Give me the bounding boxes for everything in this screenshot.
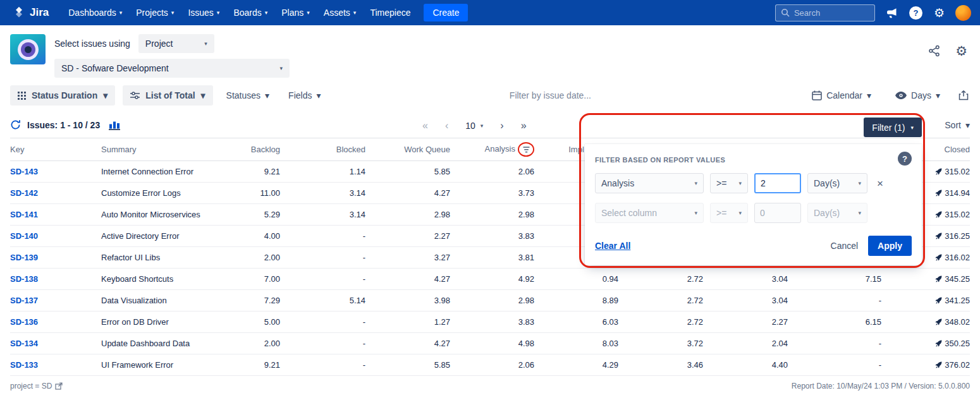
nav-item-assets[interactable]: Assets▾ bbox=[317, 0, 364, 25]
export-button[interactable] bbox=[959, 90, 969, 100]
view-mode-value: List of Total bbox=[145, 90, 195, 100]
filter-value-input[interactable] bbox=[754, 173, 801, 193]
nav-item-plans[interactable]: Plans▾ bbox=[274, 0, 317, 25]
column-header-backlog[interactable]: Backlog bbox=[220, 138, 280, 161]
report-settings-gear-icon[interactable]: ⚙ bbox=[955, 44, 967, 57]
filter-help-icon[interactable]: ? bbox=[898, 152, 912, 166]
filter-value-input-disabled[interactable] bbox=[754, 203, 801, 223]
table-row: SD-133UI Framework Error9.21-5.852.064.2… bbox=[10, 354, 970, 376]
column-header-blocked[interactable]: Blocked bbox=[280, 138, 365, 161]
issue-key-link[interactable]: SD-141 bbox=[10, 204, 101, 226]
avatar[interactable] bbox=[955, 5, 971, 21]
issue-key-link[interactable]: SD-137 bbox=[10, 290, 101, 311]
share-icon bbox=[928, 45, 940, 57]
help-button[interactable]: ? bbox=[909, 6, 923, 20]
issue-source-value: Project bbox=[145, 39, 173, 49]
cancel-button[interactable]: Cancel bbox=[831, 241, 859, 251]
announcements-button[interactable] bbox=[886, 8, 898, 18]
clear-all-link[interactable]: Clear All bbox=[595, 241, 630, 251]
issue-key-link[interactable]: SD-134 bbox=[10, 333, 101, 354]
filter-unit-select[interactable]: Day(s) ▾ bbox=[807, 173, 867, 193]
report-header: Select issues using Project ▾ SD - Sofwa… bbox=[0, 25, 980, 83]
nav-item-issues[interactable]: Issues▾ bbox=[181, 0, 226, 25]
page-size-select[interactable]: 10 ▾ bbox=[465, 121, 483, 131]
issue-source-select[interactable]: Project ▾ bbox=[138, 34, 214, 53]
filter-applied-icon[interactable] bbox=[523, 147, 530, 153]
nav-item-boards[interactable]: Boards▾ bbox=[226, 0, 274, 25]
statuses-select[interactable]: Statuses ▾ bbox=[221, 85, 276, 106]
duration-cell: 3.46 bbox=[618, 354, 703, 376]
column-header-label: Backlog bbox=[251, 145, 280, 154]
duration-cell: 7.29 bbox=[220, 290, 280, 311]
fields-select[interactable]: Fields ▾ bbox=[283, 85, 326, 106]
timepiece-app-icon[interactable] bbox=[10, 34, 46, 64]
calendar-select[interactable]: Calendar ▾ bbox=[806, 85, 877, 106]
view-mode-select[interactable]: List of Total ▾ bbox=[123, 85, 212, 106]
time-unit-select[interactable]: Days ▾ bbox=[890, 85, 946, 106]
duration-cell: 2.06 bbox=[450, 354, 534, 376]
remove-condition-icon[interactable]: × bbox=[877, 178, 883, 189]
settings-gear-icon[interactable]: ⚙ bbox=[934, 7, 945, 19]
issue-key-link[interactable]: SD-143 bbox=[10, 161, 101, 183]
search-input[interactable] bbox=[794, 8, 865, 18]
chart-view-button[interactable] bbox=[109, 120, 121, 130]
chevron-down-icon: ▾ bbox=[858, 210, 861, 216]
issue-key-link[interactable]: SD-133 bbox=[10, 354, 101, 376]
closed-duration-cell: 350.25 bbox=[881, 333, 970, 354]
select-issues-label: Select issues using bbox=[54, 39, 130, 49]
jira-logo[interactable]: Jira bbox=[13, 6, 49, 19]
share-button[interactable] bbox=[928, 45, 940, 57]
column-header-analysis[interactable]: Analysis bbox=[450, 138, 534, 161]
filter-panel-title: FILTER BASED ON REPORT VALUES bbox=[595, 156, 912, 164]
closed-value: 314.94 bbox=[945, 188, 970, 198]
filter-button[interactable]: Filter (1) ▾ bbox=[864, 118, 922, 137]
global-search[interactable] bbox=[775, 4, 875, 21]
issue-summary: Active Directory Error bbox=[101, 226, 220, 247]
project-select[interactable]: SD - Sofware Development ▾ bbox=[54, 59, 290, 78]
top-navigation-bar: Jira Dashboards▾Projects▾Issues▾Boards▾P… bbox=[0, 0, 980, 25]
report-type-select[interactable]: Status Duration ▾ bbox=[10, 85, 115, 106]
duration-cell: - bbox=[280, 226, 365, 247]
issue-key-link[interactable]: SD-142 bbox=[10, 183, 101, 204]
filter-unit-select-disabled[interactable]: Day(s) ▾ bbox=[807, 203, 867, 223]
apply-button[interactable]: Apply bbox=[868, 236, 912, 256]
create-button[interactable]: Create bbox=[424, 4, 468, 21]
chevron-down-icon: ▾ bbox=[201, 90, 205, 100]
duration-cell: 1.27 bbox=[365, 311, 450, 333]
first-page-icon[interactable]: « bbox=[422, 121, 428, 131]
refresh-icon bbox=[10, 119, 21, 130]
nav-item-dashboards[interactable]: Dashboards▾ bbox=[61, 0, 129, 25]
refresh-button[interactable] bbox=[10, 119, 21, 130]
filter-operator-value: >= bbox=[716, 208, 726, 218]
filter-column-select-disabled[interactable]: Select column ▾ bbox=[595, 203, 704, 223]
nav-item-projects[interactable]: Projects▾ bbox=[129, 0, 181, 25]
issue-key-link[interactable]: SD-136 bbox=[10, 311, 101, 333]
duration-cell: - bbox=[280, 311, 365, 333]
rocket-icon bbox=[935, 297, 942, 304]
filter-column-select[interactable]: Analysis ▾ bbox=[595, 173, 704, 193]
nav-item-timepiece[interactable]: Timepiece bbox=[363, 0, 417, 25]
filter-operator-select[interactable]: >= ▾ bbox=[710, 173, 748, 193]
column-header-key[interactable]: Key bbox=[10, 138, 101, 161]
rocket-icon bbox=[935, 233, 942, 239]
issue-key-link[interactable]: SD-139 bbox=[10, 247, 101, 269]
last-page-icon[interactable]: » bbox=[521, 121, 527, 131]
column-header-summary[interactable]: Summary bbox=[101, 138, 220, 161]
annotation-circle bbox=[518, 142, 534, 157]
closed-value: 315.02 bbox=[945, 210, 970, 219]
issue-date-filter-input[interactable] bbox=[510, 90, 623, 100]
duration-cell: 3.81 bbox=[450, 247, 534, 269]
prev-page-icon[interactable]: ‹ bbox=[445, 121, 448, 131]
column-header-work-queue[interactable]: Work Queue bbox=[365, 138, 450, 161]
issue-summary: Refactor UI Libs bbox=[101, 247, 220, 269]
sort-select[interactable]: Sort ▾ bbox=[945, 120, 970, 130]
issue-key-link[interactable]: SD-140 bbox=[10, 226, 101, 247]
issue-key-link[interactable]: SD-138 bbox=[10, 269, 101, 290]
filter-column-value: Analysis bbox=[601, 178, 634, 188]
megaphone-icon bbox=[886, 8, 898, 18]
next-page-icon[interactable]: › bbox=[500, 121, 503, 131]
jql-link[interactable]: project = SD bbox=[10, 382, 63, 390]
filter-operator-select-disabled[interactable]: >= ▾ bbox=[710, 203, 748, 223]
search-icon bbox=[781, 8, 790, 17]
statuses-label: Statuses bbox=[226, 90, 260, 100]
